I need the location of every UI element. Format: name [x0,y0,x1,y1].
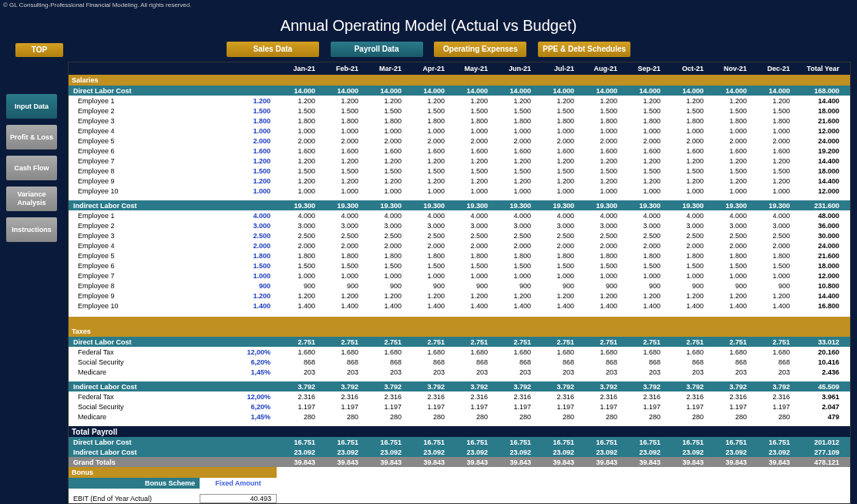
nav-payroll[interactable]: Payroll Data [331,42,423,57]
month-cell: 1.000 [665,127,708,135]
month-cell: 4.000 [579,212,622,220]
month-cell: 3.000 [708,222,751,230]
row-input[interactable]: 6,20% [200,403,277,411]
row-input[interactable]: 4.000 [200,212,277,220]
month-cell: 1.000 [363,187,406,195]
month-cell: 4.000 [492,212,536,220]
data-row: Employee 32.5002.5002.5002.5002.5002.500… [69,230,850,240]
month-cell: 1.400 [536,302,579,310]
month-cell: 203 [665,368,708,376]
month-cell: 1.400 [406,302,449,310]
side-profit-loss[interactable]: Profit & Loss [6,125,57,150]
month-cell: 1.500 [363,167,406,175]
month-cell: 1.200 [579,177,622,185]
month-cell: 3.792 [622,383,665,391]
month-cell: 1.680 [665,348,708,356]
month-cell: 14.000 [492,87,536,95]
side-cash-flow[interactable]: Cash Flow [6,156,57,180]
month-cell: 1.800 [492,252,536,260]
month-cell: 1.800 [320,252,363,260]
row-input[interactable]: 1.800 [200,252,277,260]
nav-sales[interactable]: Sales Data [227,42,319,57]
side-variance[interactable]: Variance Analysis [6,186,57,211]
month-cell: 868 [492,358,536,366]
nav-ppe[interactable]: PPE & Debt Schedules [538,42,630,57]
month-cell: 1.200 [665,157,708,165]
month-cell: 203 [751,368,795,376]
month-cell: 1.500 [320,262,363,270]
month-cell: 900 [622,282,665,290]
row-label: Employee 2 [69,222,200,230]
row-input[interactable]: 900 [200,282,277,290]
row-input[interactable]: 1.000 [200,187,277,195]
row-input[interactable]: 1.500 [200,167,277,175]
month-cell: 1.800 [536,252,579,260]
month-cell: 19.300 [449,202,492,210]
month-cell: 1.500 [751,167,795,175]
month-cell: 19.300 [277,202,320,210]
bonus-scheme-value[interactable]: Fixed Amount [200,478,277,489]
month-cell: 3.792 [708,383,751,391]
month-cell: 1.400 [363,302,406,310]
month-cell: 1.000 [536,127,579,135]
month-cell: 23.092 [449,449,492,456]
month-cell: 2.500 [449,232,492,240]
month-cell: 3.000 [665,222,708,230]
month-cell: 39.843 [708,459,751,466]
row-input[interactable]: 3.000 [200,222,277,230]
row-input[interactable]: 1.200 [200,97,277,105]
month-cell: 1.200 [751,292,795,300]
row-input[interactable]: 1.800 [200,117,277,125]
row-total: 21.600 [795,252,844,260]
row-input[interactable]: 12,00% [200,393,277,401]
month-cell: 2.316 [406,393,449,401]
month-cell: 1.500 [406,107,449,115]
row-label: Federal Tax [69,393,200,401]
month-cell: 1.680 [579,348,622,356]
month-cell: 2.000 [449,242,492,250]
month-cell: 14.000 [665,87,708,95]
month-cell: 23.092 [579,449,622,456]
row-input[interactable]: 1,45% [200,368,277,376]
month-cell: 3.792 [277,383,320,391]
row-input[interactable]: 12,00% [200,348,277,356]
month-cell: 39.843 [449,459,492,466]
month-cell: 2.000 [277,242,320,250]
month-cell: 1.200 [363,157,406,165]
row-input[interactable]: 2.500 [200,232,277,240]
row-total: 2.047 [795,403,844,411]
month-cell: 203 [622,368,665,376]
row-input[interactable]: 1.600 [200,147,277,155]
row-input[interactable]: 1.000 [200,127,277,135]
row-input[interactable]: 1,45% [200,413,277,421]
data-row: Employee 21.5001.5001.5001.5001.5001.500… [69,106,850,116]
row-input[interactable]: 1.500 [200,262,277,270]
row-label: Employee 5 [69,252,200,260]
month-cell: 4.000 [751,212,795,220]
month-cell: 19.300 [320,202,363,210]
month-cell: 2.000 [579,137,622,145]
row-input[interactable]: 1.200 [200,157,277,165]
row-input[interactable]: 2.000 [200,242,277,250]
nav-opex[interactable]: Operating Expenses [434,42,526,57]
month-cell: 1.680 [406,348,449,356]
month-cell: 2.000 [622,137,665,145]
row-input[interactable]: 1.200 [200,292,277,300]
month-cell: 1.000 [622,272,665,280]
month-cell: 1.500 [708,262,751,270]
row-input[interactable]: 1.000 [200,272,277,280]
side-instructions[interactable]: Instructions [6,217,57,242]
row-input[interactable]: 6,20% [200,358,277,366]
side-input-data[interactable]: Input Data [6,94,57,119]
month-cell: 4.000 [449,212,492,220]
row-input[interactable]: 1.500 [200,107,277,115]
row-total: 30.000 [795,232,844,240]
row-input[interactable]: 2.000 [200,137,277,145]
month-cell: 1.200 [277,97,320,105]
month-cell: 2.000 [665,242,708,250]
row-input[interactable]: 1.400 [200,302,277,310]
row-label: Employee 7 [69,157,200,165]
row-input[interactable]: 1.200 [200,177,277,185]
row-total: 3.961 [795,393,844,401]
month-cell: 3.792 [579,383,622,391]
